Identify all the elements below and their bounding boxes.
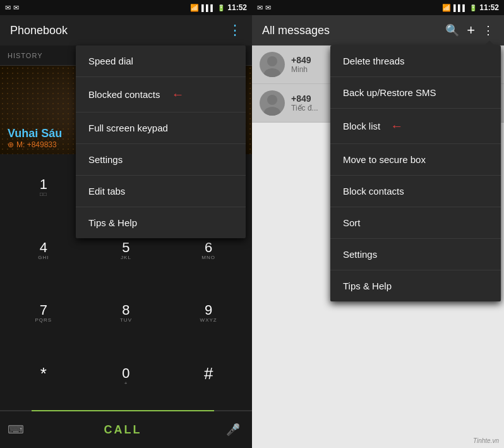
right-status-bar: ✉ ✉ 📶 ▌▌▌ 🔋 11:52 — [252, 0, 504, 15]
mic-button[interactable]: 🎤 — [214, 410, 252, 448]
right-header-icons: 🔍 + ⋮ — [445, 22, 494, 39]
block-list-label: Block list — [343, 121, 380, 131]
left-menu-fullscreen-keypad[interactable]: Full screen keypad — [76, 112, 246, 144]
left-app-title: Phonebook — [10, 24, 228, 37]
right-wifi-icon: 📶 — [442, 4, 451, 12]
dial-key-8[interactable]: 8 TUV — [85, 282, 167, 345]
left-settings-label: Settings — [88, 154, 123, 165]
secure-box-label: Move to secure box — [343, 154, 426, 165]
right-signal-icon: ▌▌▌ — [453, 4, 467, 11]
right-status-icons: ✉ ✉ — [257, 4, 271, 12]
left-menu-blocked-contacts[interactable]: Blocked contacts ← — [76, 77, 246, 112]
dial-key-star[interactable]: * — [3, 346, 85, 408]
right-msg-icon: ✉ — [265, 4, 271, 12]
right-time: 11:52 — [479, 3, 499, 12]
blocked-contacts-arrow: ← — [171, 87, 184, 102]
dial-key-0[interactable]: 0 + — [85, 346, 167, 408]
right-tips-label: Tips & Help — [343, 281, 392, 291]
gmail-icon: ✉ — [5, 4, 11, 12]
blocked-contacts-label: Blocked contacts — [88, 89, 160, 100]
right-menu-delete-threads[interactable]: Delete threads — [330, 45, 501, 77]
dial-key-9[interactable]: 9 WXYZ — [167, 282, 249, 345]
call-bar: ⌨ CALL 🎤 — [0, 410, 252, 448]
speed-dial-label: Speed dial — [88, 56, 133, 66]
battery-icon: 🔋 — [217, 4, 225, 11]
avatar-1 — [260, 52, 285, 77]
left-menu-settings[interactable]: Settings — [76, 144, 246, 176]
svg-point-0 — [267, 56, 277, 66]
call-button[interactable]: CALL — [32, 410, 214, 448]
block-contacts-label: Block contacts — [343, 186, 404, 197]
contact-info: Vuhai Sáu ⊕ M: +849833 — [8, 127, 62, 149]
left-status-bar: ✉ ✉ 📶 ▌▌▌ 🔋 11:52 — [0, 0, 252, 15]
right-app-title: All messages — [262, 24, 445, 37]
right-gmail-icon: ✉ — [257, 4, 263, 12]
dial-key-4[interactable]: 4 GHI — [3, 220, 85, 282]
right-panel: ✉ ✉ 📶 ▌▌▌ 🔋 11:52 All messages 🔍 + ⋮ — [252, 0, 504, 448]
left-panel: ✉ ✉ 📶 ▌▌▌ 🔋 11:52 Phonebook ⋮ HISTORY Vu… — [0, 0, 252, 448]
svg-point-1 — [264, 68, 280, 77]
right-menu-settings[interactable]: Settings — [330, 239, 501, 270]
right-menu-block-contacts[interactable]: Block contacts — [330, 176, 501, 207]
warning-icon: ⊕ — [8, 140, 14, 149]
left-menu-speed-dial[interactable]: Speed dial — [76, 45, 246, 77]
left-time: 11:52 — [227, 3, 247, 12]
wifi-icon: 📶 — [190, 4, 199, 12]
msg-icon: ✉ — [13, 4, 19, 12]
left-app-bar: Phonebook ⋮ — [0, 15, 252, 45]
contact-name: Vuhai Sáu — [8, 127, 62, 140]
left-menu-edit-tabs[interactable]: Edit tabs — [76, 176, 246, 207]
keyboard-icon-button[interactable]: ⌨ — [0, 410, 32, 448]
watermark: Tinhte.vn — [473, 437, 499, 444]
left-dropdown-menu: Speed dial Blocked contacts ← Full scree… — [76, 45, 246, 238]
keyboard-icon: ⌨ — [8, 423, 24, 437]
sort-label: Sort — [343, 217, 361, 228]
right-app-bar: All messages 🔍 + ⋮ — [252, 15, 504, 45]
right-battery-icon: 🔋 — [469, 4, 477, 11]
right-status-right: 📶 ▌▌▌ 🔋 11:52 — [442, 3, 499, 12]
mic-icon: 🎤 — [226, 423, 240, 437]
avatar-2 — [260, 90, 285, 116]
right-menu-block-list[interactable]: Block list ← — [330, 109, 501, 144]
backup-sms-label: Back up/Restore SMS — [343, 87, 436, 98]
left-menu-icon[interactable]: ⋮ — [228, 22, 242, 39]
right-menu-secure-box[interactable]: Move to secure box — [330, 144, 501, 176]
right-menu-icon[interactable]: ⋮ — [483, 23, 494, 37]
right-search-icon[interactable]: 🔍 — [445, 23, 459, 37]
right-settings-label: Settings — [343, 249, 377, 260]
fullscreen-keypad-label: Full screen keypad — [88, 123, 168, 133]
call-button-label: CALL — [104, 423, 142, 437]
block-list-arrow: ← — [390, 119, 403, 133]
left-tips-label: Tips & Help — [88, 217, 137, 228]
contact-number: ⊕ M: +849833 — [8, 140, 62, 149]
left-status-right: 📶 ▌▌▌ 🔋 11:52 — [190, 3, 247, 12]
right-menu-tips-help[interactable]: Tips & Help — [330, 270, 501, 301]
svg-point-3 — [264, 107, 280, 116]
right-menu-sort[interactable]: Sort — [330, 207, 501, 239]
signal-icon: ▌▌▌ — [201, 4, 215, 11]
left-menu-tips-help[interactable]: Tips & Help — [76, 207, 246, 238]
delete-threads-label: Delete threads — [343, 56, 405, 66]
left-status-icons: ✉ ✉ — [5, 4, 19, 12]
edit-tabs-label: Edit tabs — [88, 186, 125, 197]
dial-key-hash[interactable]: # — [167, 346, 249, 408]
history-tab[interactable]: HISTORY — [8, 52, 43, 59]
right-menu-backup-sms[interactable]: Back up/Restore SMS — [330, 77, 501, 109]
right-dropdown-menu: Delete threads Back up/Restore SMS Block… — [330, 45, 501, 301]
right-add-icon[interactable]: + — [467, 22, 475, 39]
dial-key-7[interactable]: 7 PQRS — [3, 282, 85, 345]
dial-key-1[interactable]: 1 □□ — [3, 157, 85, 219]
svg-point-2 — [267, 95, 277, 105]
